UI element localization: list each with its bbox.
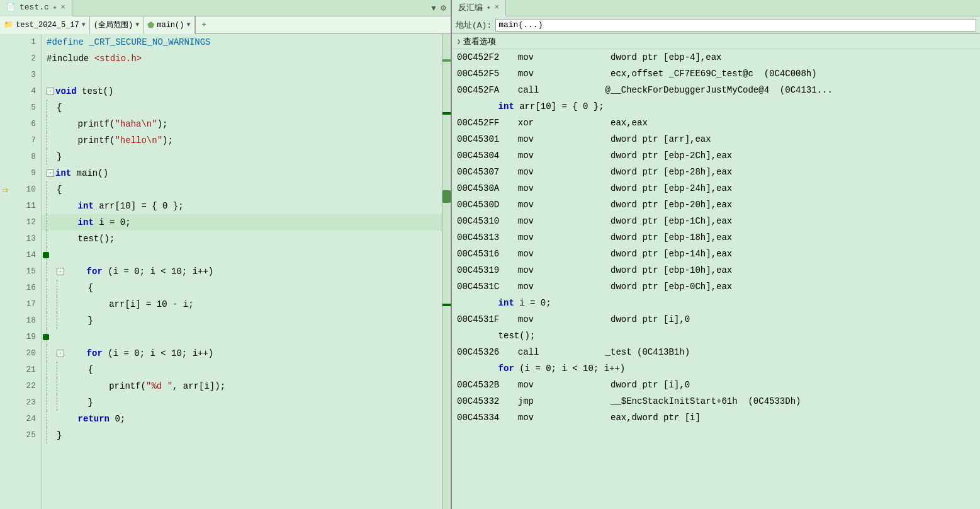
- ln-22: 22: [10, 378, 41, 394]
- ops-1: dword ptr [ebp-4],eax: [558, 49, 721, 66]
- code-text-8: }: [57, 149, 62, 165]
- mnem-2: mov: [507, 66, 558, 82]
- code-text-15c: (i = 0; i < 10; i++): [103, 263, 213, 280]
- breakpoint-14: [43, 252, 49, 258]
- add-icon: +: [201, 21, 206, 30]
- code-line-1: #define _CRT_SECURE_NO_WARNINGS: [42, 34, 442, 50]
- ops-7: dword ptr [ebp-2Ch],eax: [558, 147, 732, 164]
- code-text-7b: "hello\n": [115, 132, 162, 149]
- collapse-9[interactable]: -: [47, 169, 54, 177]
- disasm-tab-pin: ✦: [487, 3, 491, 11]
- tab-gear-btn[interactable]: ⚙: [440, 4, 447, 13]
- ops-13: dword ptr [ebp-14h],eax: [558, 246, 732, 262]
- indent-24: [47, 411, 57, 427]
- mnem-11: mov: [507, 213, 558, 229]
- code-line-19: [42, 329, 442, 345]
- code-line-5: {: [42, 100, 442, 116]
- code-text-12a: [57, 214, 78, 231]
- gutter-7: [0, 132, 10, 149]
- mnem-6: mov: [507, 131, 558, 147]
- disasm-source-1: int arr[10] = { 0 };: [452, 98, 980, 115]
- ln-3: 3: [10, 67, 41, 83]
- file-dropdown[interactable]: 📁 test_2024_5_17 ▼: [0, 16, 90, 34]
- ops-6: dword ptr [arr],eax: [558, 131, 711, 147]
- code-scrollbar[interactable]: [442, 34, 451, 509]
- ln-16: 16: [10, 280, 41, 296]
- code-text-23: }: [67, 394, 93, 411]
- disasm-tab-close[interactable]: ×: [495, 3, 499, 12]
- breakpoint-19: [43, 334, 49, 340]
- ln-2: 2: [10, 50, 41, 67]
- ln-6: 6: [10, 116, 41, 132]
- code-text-12c: i = 0;: [94, 214, 131, 231]
- src-kw-1: int: [477, 98, 514, 115]
- collapse-20[interactable]: -: [57, 350, 64, 357]
- code-text-15b: for: [87, 263, 103, 280]
- src-text-4: (i = 0; i < 10; i++): [514, 360, 625, 377]
- addr-11: 00C45310: [457, 213, 507, 229]
- code-text-24c: 0;: [110, 411, 125, 427]
- code-text-2b: <stdio.h>: [94, 50, 142, 67]
- disasm-line-8: 00C45307 mov dword ptr [ebp-28h],eax: [452, 164, 980, 180]
- source-tab[interactable]: 📄 test.c ✦ ×: [0, 0, 72, 16]
- code-text-17: arr[i] = 10 - i;: [67, 296, 194, 312]
- gutter-18: [0, 312, 10, 329]
- gutter-16: [0, 280, 10, 296]
- disasm-line-11: 00C45310 mov dword ptr [ebp-1Ch],eax: [452, 213, 980, 229]
- code-text-7c: );: [162, 132, 173, 149]
- indent-23b: [57, 394, 67, 411]
- code-text-6b: "haha\n": [115, 116, 157, 132]
- tab-dropdown-btn[interactable]: ▼: [430, 4, 437, 13]
- scope-dropdown-icon: ▼: [135, 21, 139, 28]
- code-toolbar: 📁 test_2024_5_17 ▼ (全局范围) ▼ ⬟ main() ▼ +: [0, 16, 451, 34]
- code-text-20b: for: [87, 345, 103, 362]
- code-text-5: {: [57, 100, 62, 116]
- code-text-9a: int: [55, 165, 71, 181]
- gutter-12: [0, 214, 10, 231]
- gutter-23: [0, 394, 10, 411]
- disasm-line-21: 00C4532B mov dword ptr [i],0: [452, 377, 980, 393]
- function-dropdown[interactable]: ⬟ main() ▼: [144, 16, 194, 34]
- ln-11: 11: [10, 198, 41, 214]
- ln-17: 17: [10, 296, 41, 312]
- gutter-11: [0, 198, 10, 214]
- view-options[interactable]: ❯ 查看选项: [452, 34, 980, 49]
- tab-controls: ▼ ⚙: [426, 4, 451, 13]
- code-text-22b: "%d ": [146, 378, 172, 394]
- addr-17: 00C4531F: [457, 311, 507, 328]
- code-content[interactable]: #define _CRT_SECURE_NO_WARNINGS #include…: [42, 34, 442, 509]
- indent-21a: [47, 362, 57, 378]
- code-line-3: [42, 67, 442, 83]
- ln-1: 1: [10, 34, 41, 50]
- mnem-21: mov: [507, 377, 558, 393]
- indent-15: [47, 263, 57, 280]
- code-line-4: - void test(): [42, 83, 442, 100]
- collapse-15[interactable]: -: [57, 268, 64, 275]
- code-line-11: int arr[10] = { 0 };: [42, 198, 442, 214]
- ln-21: 21: [10, 362, 41, 378]
- code-line-7: printf("hello\n");: [42, 132, 442, 149]
- indent-17a: [47, 296, 57, 312]
- indent-12: [47, 214, 57, 231]
- code-line-8: }: [42, 149, 442, 165]
- indent-16b: [57, 280, 67, 296]
- ops-23: eax,dword ptr [i]: [558, 409, 701, 426]
- indent-5: [47, 100, 57, 116]
- ops-19: _test (0C413B1h): [558, 344, 690, 360]
- collapse-4[interactable]: -: [47, 88, 54, 95]
- source-tab-close[interactable]: ×: [60, 3, 65, 12]
- addr-21: 00C4532B: [457, 377, 507, 393]
- indent-7: [47, 132, 57, 149]
- src-text-2: i = 0;: [514, 295, 551, 311]
- disasm-line-14: 00C45319 mov dword ptr [ebp-10h],eax: [452, 262, 980, 278]
- code-text-24b: return: [78, 411, 110, 427]
- address-input[interactable]: [495, 19, 976, 31]
- disasm-content[interactable]: 00C452F2 mov dword ptr [ebp-4],eax 00C45…: [452, 49, 980, 509]
- ln-13: 13: [10, 231, 41, 247]
- add-btn[interactable]: +: [195, 16, 213, 34]
- code-text-10: {: [57, 181, 62, 198]
- code-text-12b: int: [78, 214, 94, 231]
- gutter-21: [0, 362, 10, 378]
- scope-dropdown[interactable]: (全局范围) ▼: [90, 16, 144, 34]
- disasm-tab[interactable]: 反汇编 ✦ ×: [452, 0, 506, 16]
